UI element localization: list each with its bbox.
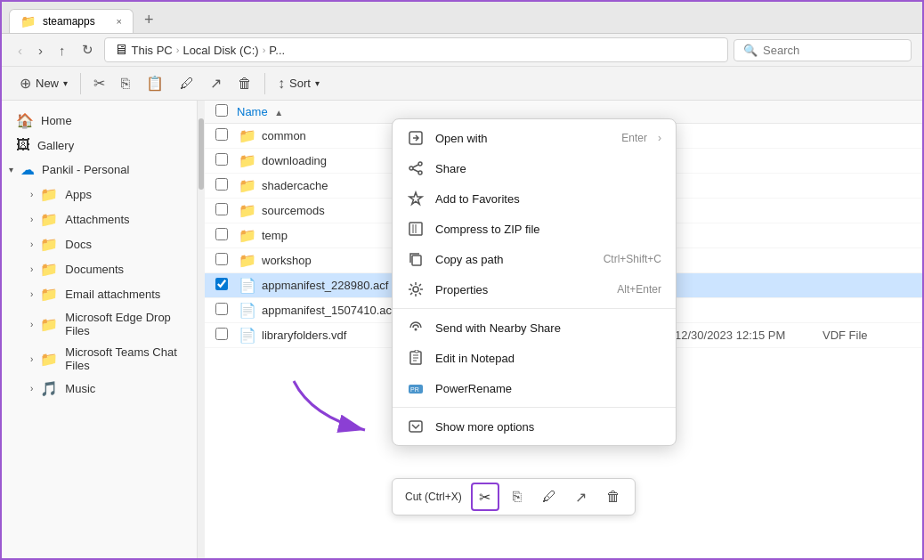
sidebar-scrollbar[interactable] [198, 101, 205, 558]
sidebar-item-documents[interactable]: › 📁 Documents [5, 257, 193, 281]
forward-button[interactable]: › [33, 39, 48, 61]
attachments-folder-icon: 📁 [40, 211, 58, 228]
sidebar-item-email-attachments[interactable]: › 📁 Email attachments [5, 282, 193, 306]
folder-icon: 📁 [239, 202, 256, 219]
gallery-icon: 🖼 [16, 137, 30, 153]
delete-button[interactable]: 🗑 [231, 71, 259, 96]
sidebar-item-docs[interactable]: › 📁 Docs [5, 232, 193, 256]
paste-icon: 📋 [146, 75, 164, 92]
tab-close-button[interactable]: × [117, 16, 122, 27]
ctx-copy-path-label: Copy as path [435, 253, 593, 266]
ctx-show-more[interactable]: Show more options [393, 411, 676, 442]
cut-button[interactable]: ✂ [86, 70, 112, 96]
breadcrumb-item-current: P... [269, 44, 285, 57]
ctx-open-with-shortcut: Enter [621, 132, 647, 144]
expand-email-icon: › [30, 289, 33, 299]
folder-icon: 📁 [239, 227, 256, 244]
name-column-header: Name [237, 105, 268, 118]
mini-share-button[interactable]: ↗ [567, 483, 596, 511]
file-icon: 📄 [239, 277, 256, 294]
ctx-notepad[interactable]: Edit in Notepad [393, 343, 676, 373]
refresh-button[interactable]: ↻ [77, 38, 99, 61]
sidebar-item-attachments[interactable]: › 📁 Attachments [5, 207, 193, 231]
svg-point-9 [413, 287, 418, 292]
rename-button[interactable]: 🖊 [173, 71, 201, 96]
ctx-open-with[interactable]: Open with Enter › [393, 123, 676, 153]
search-icon: 🔍 [743, 44, 758, 57]
sidebar-item-home[interactable]: 🏠 Home [5, 109, 193, 133]
new-label: New [36, 77, 59, 90]
file-icon: 📄 [239, 327, 256, 344]
select-all-checkbox[interactable] [215, 104, 228, 117]
sidebar-item-apps[interactable]: › 📁 Apps [5, 183, 193, 207]
ctx-nearby-share[interactable]: Send with Nearby Share [393, 312, 676, 343]
sidebar-item-gallery[interactable]: 🖼 Gallery [5, 134, 193, 157]
paste-button[interactable]: 📋 [139, 70, 171, 96]
sort-button[interactable]: ↕ Sort ▾ [271, 71, 327, 96]
ctx-notepad-label: Edit in Notepad [435, 352, 661, 365]
row-checkbox[interactable] [215, 303, 228, 315]
share-button[interactable]: ↗ [203, 70, 229, 96]
new-dropdown-icon: ▾ [63, 78, 68, 88]
folder-icon: 📁 [239, 127, 256, 144]
expand-apps-icon: › [30, 190, 33, 199]
arrow-annotation [276, 372, 392, 446]
svg-rect-15 [415, 350, 418, 353]
search-input[interactable] [763, 44, 902, 57]
sidebar-item-music[interactable]: › 🎵 Music [5, 377, 193, 401]
breadcrumb-item-thispc: This PC [132, 44, 173, 57]
name-sort-arrow: ▲ [274, 108, 283, 118]
ctx-compress-zip[interactable]: Compress to ZIP file [393, 214, 676, 244]
svg-rect-18 [409, 421, 422, 432]
svg-point-4 [418, 171, 422, 174]
tab-title: steamapps [43, 15, 95, 28]
sidebar-item-gallery-label: Gallery [37, 139, 74, 152]
open-with-icon [407, 129, 425, 147]
docs-folder-icon: 📁 [40, 236, 58, 253]
sort-dropdown-icon: ▾ [315, 78, 320, 88]
expand-documents-icon: › [30, 264, 33, 274]
expand-docs-icon: › [30, 239, 33, 249]
steamapps-tab[interactable]: 📁 steamapps × [9, 9, 134, 33]
sidebar-item-edge-files[interactable]: › 📁 Microsoft Edge Drop Files [5, 307, 193, 341]
row-checkbox-selected[interactable] [215, 278, 228, 290]
mini-toolbar: Cut (Ctrl+X) ✂ ⎘ 🖊 ↗ 🗑 [392, 478, 636, 515]
cloud-icon: ☁ [20, 161, 35, 178]
up-button[interactable]: ↑ [53, 39, 71, 61]
sidebar-item-onedrive[interactable]: ▾ ☁ Pankil - Personal [5, 158, 193, 182]
expand-arrow-icon: ▾ [9, 165, 13, 174]
mini-delete-button[interactable]: 🗑 [599, 483, 628, 511]
folder-icon: 📁 [239, 177, 256, 194]
ctx-share[interactable]: Share [393, 153, 676, 183]
file-list: Name ▲ 📁 common 📁 downloading 📁 shaderca… [205, 101, 922, 558]
ctx-powerrename[interactable]: PR PowerRename [393, 373, 676, 403]
new-tab-button[interactable]: + [137, 7, 161, 33]
back-button[interactable]: ‹ [12, 39, 28, 61]
mini-rename-button[interactable]: 🖊 [535, 483, 563, 511]
nearby-share-icon [407, 319, 425, 337]
sidebar-item-edge-label: Microsoft Edge Drop Files [65, 311, 182, 337]
sidebar-item-teams-files[interactable]: › 📁 Microsoft Teams Chat Files [5, 342, 193, 376]
new-button[interactable]: ⊕ New ▾ [12, 70, 75, 96]
ctx-properties-shortcut: Alt+Enter [617, 283, 661, 296]
row-checkbox[interactable] [215, 153, 228, 166]
copy-button[interactable]: ⎘ [114, 71, 137, 96]
svg-point-3 [409, 166, 413, 170]
ctx-add-favorites[interactable]: Add to Favorites [393, 183, 676, 214]
row-checkbox[interactable] [215, 203, 228, 215]
expand-teams-icon: › [30, 354, 33, 364]
sidebar-scroll-thumb[interactable] [199, 118, 204, 190]
row-checkbox[interactable] [215, 328, 228, 340]
row-checkbox[interactable] [215, 228, 228, 240]
folder-tab-icon: 📁 [20, 14, 36, 28]
row-checkbox[interactable] [215, 128, 228, 141]
ctx-properties[interactable]: Properties Alt+Enter [393, 274, 676, 304]
mini-copy-button[interactable]: ⎘ [503, 483, 531, 511]
mini-cut-button[interactable]: ✂ [471, 483, 499, 511]
row-checkbox[interactable] [215, 178, 228, 191]
show-more-icon [407, 418, 425, 435]
ctx-properties-label: Properties [435, 283, 606, 296]
row-checkbox[interactable] [215, 253, 228, 265]
sidebar-item-documents-label: Documents [65, 263, 124, 276]
ctx-copy-path[interactable]: Copy as path Ctrl+Shift+C [393, 244, 676, 274]
